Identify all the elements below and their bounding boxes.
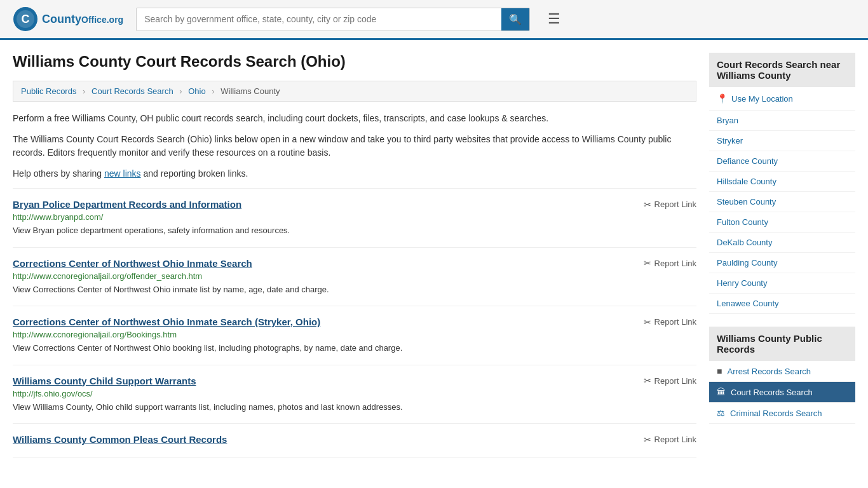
- search-bar[interactable]: 🔍: [136, 8, 530, 31]
- content-wrapper: Williams County Court Records Search (Oh…: [0, 40, 868, 471]
- new-links-link[interactable]: new links: [104, 168, 141, 179]
- record-entry: Bryan Police Department Records and Info…: [13, 188, 696, 248]
- breadcrumb-sep-3: ›: [212, 86, 214, 96]
- breadcrumb-public-records[interactable]: Public Records: [21, 86, 76, 96]
- scissors-icon-5: ✂: [644, 435, 651, 445]
- menu-button[interactable]: ☰: [543, 8, 566, 30]
- sidebar-public-records-header: Williams County Public Records: [709, 327, 855, 361]
- criminal-records-icon: ⚖: [717, 408, 725, 418]
- sidebar-link-defiance[interactable]: Defiance County: [709, 151, 855, 172]
- record-title-5[interactable]: Williams County Common Pleas Court Recor…: [13, 434, 227, 445]
- sidebar-link-stryker[interactable]: Stryker: [709, 131, 855, 151]
- desc-para-1: Perform a free Williams County, OH publi…: [13, 112, 696, 125]
- sidebar-link-hillsdale[interactable]: Hillsdale County: [709, 172, 855, 192]
- record-title-4[interactable]: Williams County Child Support Warrants: [13, 376, 196, 386]
- page-title: Williams County Court Records Search (Oh…: [13, 53, 696, 71]
- sidebar-link-steuben[interactable]: Steuben County: [709, 192, 855, 212]
- record-header-3: Corrections Center of Northwest Ohio Inm…: [13, 316, 696, 327]
- arrest-records-icon: ■: [717, 366, 722, 376]
- breadcrumb-sep-2: ›: [179, 86, 182, 96]
- logo[interactable]: C CountyOffice.org: [13, 6, 123, 32]
- breadcrumb-current: Williams County: [220, 86, 280, 96]
- record-url-3[interactable]: http://www.ccnoregionaljail.org/Bookings…: [13, 330, 696, 339]
- desc-para-2: The Williams County Court Records Search…: [13, 133, 696, 159]
- use-my-location-label: Use My Location: [731, 94, 793, 104]
- breadcrumb-sep-1: ›: [83, 86, 85, 96]
- records-list: Bryan Police Department Records and Info…: [13, 188, 696, 458]
- record-entry-4: Williams County Child Support Warrants ✂…: [13, 365, 696, 424]
- logo-text: CountyOffice.org: [42, 13, 123, 26]
- record-entry-5: Williams County Common Pleas Court Recor…: [13, 424, 696, 458]
- report-link-label-4: Report Link: [654, 376, 696, 386]
- sidebar-use-my-location[interactable]: 📍 Use My Location: [709, 87, 855, 111]
- sidebar-nearby-box: Court Records Search near Williams Count…: [709, 53, 855, 314]
- record-header: Bryan Police Department Records and Info…: [13, 199, 696, 210]
- report-link-label-5: Report Link: [654, 435, 696, 444]
- record-header-5: Williams County Common Pleas Court Recor…: [13, 434, 696, 445]
- scissors-icon-3: ✂: [644, 317, 651, 327]
- record-header-4: Williams County Child Support Warrants ✂…: [13, 376, 696, 386]
- record-title-3[interactable]: Corrections Center of Northwest Ohio Inm…: [13, 316, 320, 327]
- record-desc-3: View Corrections Center of Northwest Ohi…: [13, 342, 696, 355]
- breadcrumb: Public Records › Court Records Search › …: [13, 81, 696, 102]
- record-url-2[interactable]: http://www.ccnoregionaljail.org/offender…: [13, 271, 696, 281]
- record-desc-2: View Corrections Center of Northwest Ohi…: [13, 283, 696, 296]
- court-records-icon: 🏛: [717, 387, 726, 397]
- record-header: Corrections Center of Northwest Ohio Inm…: [13, 258, 696, 269]
- report-link-1[interactable]: ✂ Report Link: [644, 200, 696, 210]
- pin-icon: 📍: [717, 93, 728, 104]
- report-link-3[interactable]: ✂ Report Link: [644, 317, 696, 327]
- report-link-label-3: Report Link: [654, 317, 696, 327]
- logo-icon: C: [13, 6, 38, 32]
- report-link-4[interactable]: ✂ Report Link: [644, 376, 696, 386]
- main-content: Williams County Court Records Search (Oh…: [13, 53, 696, 458]
- report-link-label: Report Link: [654, 200, 696, 209]
- record-entry: Corrections Center of Northwest Ohio Inm…: [13, 248, 696, 307]
- sidebar: Court Records Search near Williams Count…: [709, 53, 855, 458]
- criminal-records-label: Criminal Records Search: [730, 409, 822, 418]
- court-records-label: Court Records Search: [731, 388, 813, 397]
- scissors-icon: ✂: [644, 200, 651, 210]
- search-input[interactable]: [137, 9, 501, 29]
- sidebar-link-paulding[interactable]: Paulding County: [709, 253, 855, 273]
- report-link-label-2: Report Link: [654, 259, 696, 268]
- record-entry-3: Corrections Center of Northwest Ohio Inm…: [13, 306, 696, 365]
- breadcrumb-court-records[interactable]: Court Records Search: [92, 86, 173, 96]
- record-url-1[interactable]: http://www.bryanpd.com/: [13, 212, 696, 222]
- report-link-5[interactable]: ✂ Report Link: [644, 435, 696, 445]
- sidebar-link-henry[interactable]: Henry County: [709, 273, 855, 294]
- sidebar-item-criminal[interactable]: ⚖ Criminal Records Search: [709, 403, 855, 424]
- report-link-2[interactable]: ✂ Report Link: [644, 258, 696, 268]
- record-desc-1: View Bryan police department operations,…: [13, 224, 696, 237]
- search-button[interactable]: 🔍: [501, 8, 529, 30]
- svg-text:C: C: [22, 13, 30, 25]
- record-title-2[interactable]: Corrections Center of Northwest Ohio Inm…: [13, 258, 252, 269]
- sidebar-link-dekalb[interactable]: DeKalb County: [709, 233, 855, 253]
- desc-para-3: Help others by sharing new links and rep…: [13, 167, 696, 180]
- arrest-records-label: Arrest Records Search: [727, 367, 811, 376]
- sidebar-item-court[interactable]: 🏛 Court Records Search: [709, 382, 855, 403]
- sidebar-item-arrest[interactable]: ■ Arrest Records Search: [709, 361, 855, 382]
- breadcrumb-ohio[interactable]: Ohio: [188, 86, 205, 96]
- scissors-icon-2: ✂: [644, 258, 651, 268]
- sidebar-public-records-box: Williams County Public Records ■ Arrest …: [709, 327, 855, 424]
- record-title[interactable]: Bryan Police Department Records and Info…: [13, 199, 241, 210]
- sidebar-nearby-header: Court Records Search near Williams Count…: [709, 53, 855, 87]
- record-desc-4: View Williams County, Ohio child support…: [13, 401, 696, 414]
- header: C CountyOffice.org 🔍 ☰: [0, 0, 868, 40]
- sidebar-link-bryan[interactable]: Bryan: [709, 111, 855, 131]
- scissors-icon-4: ✂: [644, 376, 651, 386]
- sidebar-link-fulton[interactable]: Fulton County: [709, 212, 855, 233]
- sidebar-link-lenawee[interactable]: Lenawee County: [709, 294, 855, 314]
- record-url-4[interactable]: http://jfs.ohio.gov/ocs/: [13, 389, 696, 398]
